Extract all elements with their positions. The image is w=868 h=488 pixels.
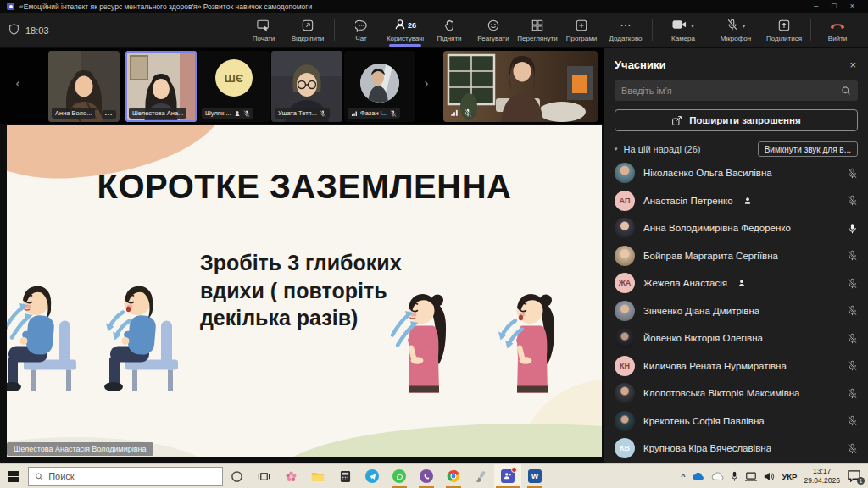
mic-live-icon[interactable] bbox=[847, 223, 858, 234]
mic-dropdown-icon[interactable]: ▾ bbox=[743, 23, 745, 29]
mic-muted-icon bbox=[390, 110, 397, 117]
viber-button[interactable] bbox=[413, 464, 440, 488]
participant-row[interactable]: Крекотень Софія Павлівна bbox=[615, 408, 858, 435]
file-explorer-button[interactable] bbox=[304, 464, 331, 488]
shared-screen-stage: КОРОТКЕ ЗАЗЕМЛЕННА Зробіть 3 глибоких вд… bbox=[0, 124, 604, 463]
mic-muted-icon[interactable] bbox=[847, 360, 858, 371]
mic-muted-icon[interactable] bbox=[847, 305, 858, 316]
video-tile[interactable]: ШЄ Шуляк ... bbox=[198, 51, 270, 122]
participant-row[interactable]: ЖА Жежела Анастасія bbox=[615, 269, 858, 297]
section-chevron-icon[interactable]: ▾ bbox=[615, 146, 618, 152]
start-share-button[interactable]: Почати bbox=[242, 16, 286, 45]
mic-muted-icon[interactable] bbox=[847, 250, 858, 261]
people-button[interactable]: 26 Користувачі bbox=[383, 16, 427, 45]
whatsapp-icon bbox=[392, 469, 406, 483]
panel-title: Учасники bbox=[615, 58, 665, 71]
scroll-right-icon[interactable]: › bbox=[420, 75, 432, 90]
video-tile[interactable]: Анна Воло... ••• bbox=[48, 51, 120, 122]
teams-taskbar-button[interactable] bbox=[494, 464, 521, 488]
participant-row[interactable]: Анна Володимирівна Федоренко bbox=[615, 214, 858, 242]
participant-row[interactable]: Клопотовська Вікторія Максимівна bbox=[615, 380, 858, 408]
action-center-button[interactable]: 1 bbox=[847, 469, 863, 483]
participant-row[interactable]: КВ Крупнова Кіра Вячеславівна bbox=[615, 435, 858, 463]
tray-expand-icon[interactable]: ^ bbox=[681, 472, 685, 480]
toolbar-separator bbox=[652, 19, 653, 41]
scroll-left-icon[interactable]: ‹ bbox=[12, 75, 24, 90]
viber-icon bbox=[420, 469, 433, 483]
more-button[interactable]: Додатково bbox=[604, 16, 648, 45]
search-input[interactable] bbox=[621, 86, 836, 96]
mic-muted-icon[interactable] bbox=[847, 195, 858, 206]
video-tile[interactable]: Фазан І... bbox=[344, 51, 415, 122]
mic-muted-icon[interactable] bbox=[847, 168, 858, 179]
participant-row[interactable]: Йовенко Вікторія Олегівна bbox=[615, 324, 858, 352]
share-button[interactable]: Поділитися bbox=[762, 16, 806, 45]
screen-share-icon bbox=[257, 19, 270, 32]
participants-panel: Учасники × Поширити запрошення ▾ На цій … bbox=[604, 48, 868, 464]
video-tile[interactable]: Ушата Тетя... bbox=[271, 51, 342, 122]
mic-muted-icon[interactable] bbox=[847, 388, 858, 399]
leave-button[interactable]: Вийти bbox=[815, 16, 860, 45]
cortana-button[interactable] bbox=[223, 464, 250, 488]
onedrive-icon[interactable] bbox=[692, 472, 704, 480]
photos-app-button[interactable] bbox=[277, 464, 304, 488]
participant-label: Фазан І... bbox=[360, 109, 387, 117]
attendee-icon bbox=[743, 197, 752, 205]
chat-button[interactable]: Чат bbox=[339, 16, 383, 45]
ellipsis-icon bbox=[620, 19, 632, 32]
tray-mic-icon[interactable] bbox=[731, 471, 738, 481]
maximize-button[interactable]: □ bbox=[832, 0, 836, 13]
word-taskbar-button[interactable]: W bbox=[521, 464, 548, 488]
participant-row[interactable]: КН Киличова Рената Нурмиратівна bbox=[615, 352, 858, 380]
mic-muted-icon bbox=[726, 19, 738, 32]
language-indicator[interactable]: УКР bbox=[782, 472, 797, 481]
mic-muted-icon[interactable] bbox=[847, 443, 858, 454]
view-button[interactable]: Переглянути bbox=[515, 16, 559, 45]
task-view-icon bbox=[258, 470, 270, 483]
speaker-icon[interactable] bbox=[764, 472, 775, 481]
telegram-button[interactable] bbox=[359, 464, 386, 488]
video-tile-active-speaker[interactable]: Шелестова Ана... bbox=[125, 51, 197, 122]
panel-close-icon[interactable]: × bbox=[848, 58, 858, 71]
notification-dot bbox=[511, 467, 517, 473]
minimize-button[interactable]: – bbox=[814, 0, 818, 13]
camera-button[interactable]: ▾ Камера bbox=[657, 16, 709, 45]
taskbar-search-input[interactable] bbox=[48, 471, 216, 481]
apps-button[interactable]: Програми bbox=[559, 16, 604, 45]
unpin-button[interactable]: Відкріпити bbox=[286, 16, 330, 45]
mic-muted-icon[interactable] bbox=[847, 415, 858, 426]
tray-device-icon[interactable] bbox=[745, 472, 757, 481]
participant-row[interactable]: Ніколаєнко Ольга Василівна bbox=[615, 159, 858, 187]
paint3d-button[interactable] bbox=[467, 464, 494, 488]
close-button[interactable]: × bbox=[850, 0, 854, 13]
attendee-icon bbox=[234, 110, 241, 117]
chrome-button[interactable] bbox=[440, 464, 467, 488]
participant-row[interactable]: Зінченко Діана Дмитрівна bbox=[615, 297, 858, 325]
avatar bbox=[615, 218, 635, 238]
participant-count-badge: 26 bbox=[408, 21, 416, 30]
taskbar-clock[interactable]: 13:17 29.04.2026 bbox=[804, 467, 840, 485]
mute-all-button[interactable]: Вимкнути звук для в... bbox=[758, 141, 858, 157]
raise-hand-button[interactable]: Підняти bbox=[427, 16, 471, 45]
share-invite-button[interactable]: Поширити запрошення bbox=[615, 109, 858, 131]
mic-button[interactable]: ▾ Мікрофон bbox=[709, 16, 762, 45]
participant-label: Ушата Тетя... bbox=[278, 109, 317, 117]
participant-row[interactable]: АП Анастасія Петренко bbox=[615, 187, 858, 215]
avatar: КН bbox=[615, 356, 635, 376]
participant-row[interactable]: Бойправ Маргарита Сергіївна bbox=[615, 242, 858, 270]
avatar: ЖА bbox=[615, 273, 635, 293]
mic-muted-icon[interactable] bbox=[847, 278, 858, 289]
video-tile-spotlight[interactable] bbox=[443, 51, 598, 122]
cloud-icon[interactable] bbox=[711, 472, 724, 480]
taskbar-search[interactable] bbox=[28, 467, 223, 486]
camera-icon bbox=[672, 19, 687, 31]
mic-muted-icon[interactable] bbox=[847, 333, 858, 344]
camera-dropdown-icon[interactable]: ▾ bbox=[691, 23, 693, 29]
calculator-button[interactable] bbox=[331, 464, 359, 488]
tile-more-icon[interactable]: ••• bbox=[102, 110, 116, 119]
react-button[interactable]: Реагувати bbox=[471, 16, 515, 45]
participant-search[interactable] bbox=[615, 80, 858, 101]
whatsapp-button[interactable] bbox=[386, 464, 413, 488]
start-button[interactable] bbox=[0, 464, 28, 488]
task-view-button[interactable] bbox=[250, 464, 277, 488]
